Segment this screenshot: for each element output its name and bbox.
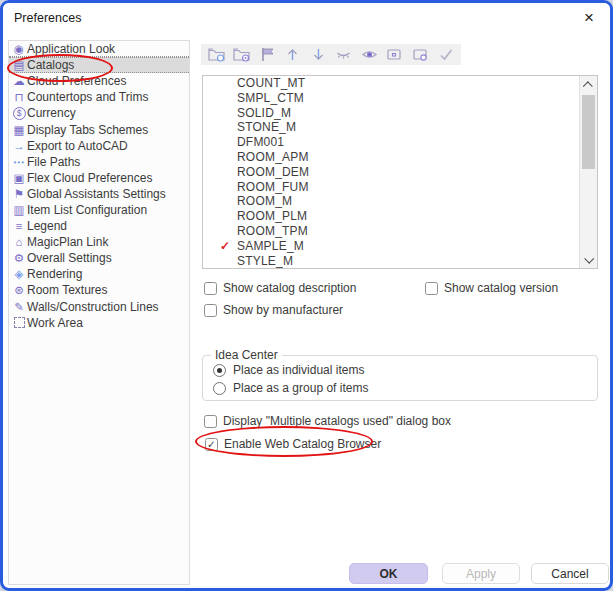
sidebar-item-flex-cloud-preferences[interactable]: Flex Cloud Preferences xyxy=(9,170,189,186)
catalog-row[interactable]: ✓STYLE_M xyxy=(203,254,597,269)
copy-icon[interactable] xyxy=(385,46,405,63)
catalog-row[interactable]: ✓DFM001 xyxy=(203,135,597,150)
preferences-dialog: Preferences × Application Look Catalogs … xyxy=(0,0,613,591)
sidebar-item-application-look[interactable]: Application Look xyxy=(9,41,189,57)
vertical-scrollbar[interactable] xyxy=(579,76,597,268)
catalog-row[interactable]: ✓ROOM_PLM xyxy=(203,209,597,224)
place-group-items-radio[interactable]: Place as a group of items xyxy=(213,381,368,395)
scroll-up-icon[interactable] xyxy=(580,78,597,92)
sidebar-item-rendering[interactable]: Rendering xyxy=(9,266,189,282)
catalog-toolbar xyxy=(201,44,461,65)
scroll-down-icon[interactable] xyxy=(580,252,597,266)
verify-check-icon[interactable] xyxy=(436,46,456,63)
catalog-row[interactable]: ✓ROOM_DEM xyxy=(203,165,597,180)
red-check-icon: ✓ xyxy=(220,239,230,254)
cube-icon xyxy=(11,267,27,281)
show-by-manufacturer-checkbox[interactable]: ✓ Show by manufacturer xyxy=(204,303,343,317)
grid-icon xyxy=(11,123,27,137)
checkbox-icon: ✓ xyxy=(204,415,217,428)
sidebar-item-work-area[interactable]: Work Area xyxy=(9,315,189,331)
radio-icon xyxy=(213,382,226,395)
checkbox-icon: ✓ xyxy=(204,304,217,317)
eye-icon xyxy=(11,42,27,56)
radio-icon xyxy=(213,364,226,377)
catalog-row[interactable]: ✓ROOM_APM xyxy=(203,150,597,165)
ok-button[interactable]: OK xyxy=(349,563,428,584)
sidebar-item-room-textures[interactable]: Room Textures xyxy=(9,282,189,298)
sidebar-item-walls-construction-lines[interactable]: Walls/Construction Lines xyxy=(9,299,189,315)
gear-icon xyxy=(11,251,27,265)
flag-icon xyxy=(11,187,27,201)
close-icon[interactable]: × xyxy=(576,6,602,30)
idea-center-group: Idea Center Place as individual items Pl… xyxy=(202,355,598,401)
sidebar-item-currency[interactable]: Currency xyxy=(9,105,189,121)
sidebar-category-list: Application Look Catalogs Cloud Preferen… xyxy=(8,40,190,585)
pencil-icon xyxy=(11,300,27,314)
sidebar-item-global-assistants-settings[interactable]: Global Assistants Settings xyxy=(9,186,189,202)
catalog-listbox: ✓COUNT_MT ✓SMPL_CTM ✓SOLID_M ✓STONE_M ✓D… xyxy=(202,75,598,269)
legend-lines-icon xyxy=(11,220,27,232)
move-up-icon[interactable] xyxy=(283,46,303,63)
sidebar-item-magicplan-link[interactable]: MagicPlan Link xyxy=(9,234,189,250)
checkbox-icon: ✓ xyxy=(204,282,217,295)
show-catalog-description-checkbox[interactable]: ✓ Show catalog description xyxy=(204,281,356,295)
catalog-book-icon xyxy=(11,58,27,72)
texture-sphere-icon xyxy=(11,283,27,297)
catalog-row[interactable]: ✓SOLID_M xyxy=(203,106,597,121)
dialog-title: Preferences xyxy=(14,11,81,25)
catalog-row[interactable]: ✓COUNT_MT xyxy=(203,76,597,91)
checkbox-icon: ✓ xyxy=(425,282,438,295)
cancel-button[interactable]: Cancel xyxy=(531,563,609,584)
sidebar-item-legend[interactable]: Legend xyxy=(9,218,189,234)
group-title: Idea Center xyxy=(211,348,282,362)
catalog-row[interactable]: ✓ROOM_FUM xyxy=(203,180,597,195)
catalog-row[interactable]: ✓SMPL_CTM xyxy=(203,91,597,106)
sidebar-item-overall-settings[interactable]: Overall Settings xyxy=(9,250,189,266)
folder-badge-icon[interactable] xyxy=(232,46,252,63)
display-multiple-catalogs-checkbox[interactable]: ✓ Display "Multiple catalogs used" dialo… xyxy=(204,414,451,428)
scrollbar-thumb[interactable] xyxy=(582,95,595,169)
catalog-row-sample-m[interactable]: ✓SAMPLE_M xyxy=(203,239,597,254)
flex-cloud-icon xyxy=(11,171,27,185)
show-catalog-version-checkbox[interactable]: ✓ Show catalog version xyxy=(425,281,558,295)
new-folder-icon[interactable] xyxy=(206,46,226,63)
export-arrow-icon xyxy=(11,140,27,152)
copy-badge-icon[interactable] xyxy=(410,46,430,63)
catalog-row[interactable]: ✓STONE_M xyxy=(203,120,597,135)
sidebar-item-export-to-autocad[interactable]: Export to AutoCAD xyxy=(9,138,189,154)
place-individual-items-radio[interactable]: Place as individual items xyxy=(213,363,364,377)
checkbox-checked-icon: ✓ xyxy=(205,438,218,451)
catalog-row[interactable]: ✓ROOM_M xyxy=(203,194,597,209)
sidebar-item-catalogs[interactable]: Catalogs xyxy=(9,57,189,73)
dashed-area-icon xyxy=(11,317,27,328)
sidebar-item-display-tabs-schemes[interactable]: Display Tabs Schemes xyxy=(9,121,189,137)
move-down-icon[interactable] xyxy=(308,46,328,63)
countertop-icon xyxy=(11,90,27,104)
apply-button[interactable]: Apply xyxy=(442,563,520,584)
sidebar-item-file-paths[interactable]: File Paths xyxy=(9,154,189,170)
sidebar-item-item-list-configuration[interactable]: Item List Configuration xyxy=(9,202,189,218)
show-eye-icon[interactable] xyxy=(359,46,379,63)
catalog-row[interactable]: ✓ROOM_TPM xyxy=(203,224,597,239)
item-list-icon xyxy=(11,203,27,217)
title-bar: Preferences × xyxy=(3,3,610,35)
hide-eye-icon[interactable] xyxy=(334,46,354,63)
flag-icon[interactable] xyxy=(257,46,277,63)
currency-icon xyxy=(11,107,27,120)
enable-web-catalog-browser-checkbox[interactable]: ✓ Enable Web Catalog Browser xyxy=(205,437,381,451)
sidebar-item-countertops-and-trims[interactable]: Countertops and Trims xyxy=(9,89,189,105)
house-icon xyxy=(11,236,27,248)
sidebar-item-cloud-preferences[interactable]: Cloud Preferences xyxy=(9,73,189,89)
dots-icon xyxy=(11,155,27,169)
cloud-icon xyxy=(11,74,27,88)
